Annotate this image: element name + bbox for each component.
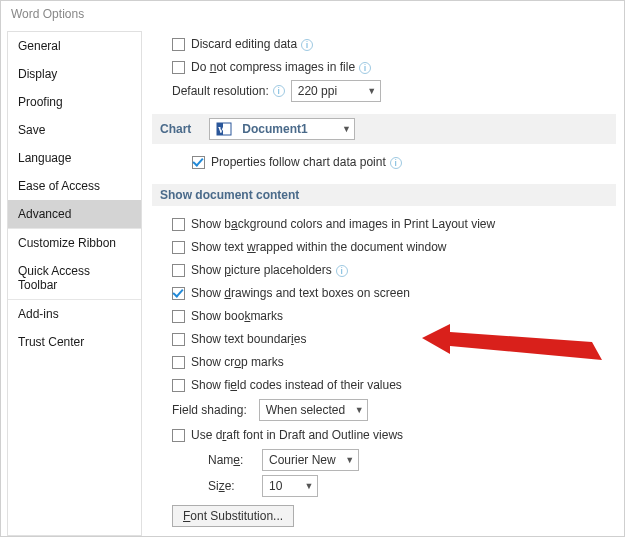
sidebar-item-display[interactable]: Display bbox=[8, 60, 141, 88]
sidebar-item-language[interactable]: Language bbox=[8, 144, 141, 172]
section-show-document-content: Show document content bbox=[152, 184, 616, 206]
checkbox-picture-placeholders[interactable] bbox=[172, 264, 185, 277]
checkbox-field-codes[interactable] bbox=[172, 379, 185, 392]
label-draft-font: Use draft font in Draft and Outline view… bbox=[191, 428, 403, 442]
sidebar-item-customize-ribbon[interactable]: Customize Ribbon bbox=[8, 229, 141, 257]
sidebar-item-advanced[interactable]: Advanced bbox=[8, 200, 141, 228]
sidebar-item-ease-of-access[interactable]: Ease of Access bbox=[8, 172, 141, 200]
label-field-codes: Show field codes instead of their values bbox=[191, 378, 402, 392]
content-pane: Discard editing datai Do not compress im… bbox=[142, 27, 624, 536]
combo-value: Courier New bbox=[263, 453, 342, 467]
sidebar-item-quick-access-toolbar[interactable]: Quick Access Toolbar bbox=[8, 257, 141, 299]
combo-font-size[interactable]: 10 ▼ bbox=[262, 475, 318, 497]
font-substitution-button[interactable]: Font Substitution... bbox=[172, 505, 294, 527]
section-label: Chart bbox=[160, 122, 191, 136]
checkbox-crop-marks[interactable] bbox=[172, 356, 185, 369]
combo-value: When selected bbox=[260, 403, 351, 417]
checkbox-text-wrap[interactable] bbox=[172, 241, 185, 254]
checkbox-drawings[interactable] bbox=[172, 287, 185, 300]
label-font-size: Size: bbox=[208, 479, 250, 493]
label-discard-editing-data: Discard editing datai bbox=[191, 37, 313, 51]
checkbox-bg-colors[interactable] bbox=[172, 218, 185, 231]
checkbox-no-compress[interactable] bbox=[172, 61, 185, 74]
label-field-shading: Field shading: bbox=[172, 403, 247, 417]
combo-font-name[interactable]: Courier New ▼ bbox=[262, 449, 359, 471]
chevron-down-icon: ▼ bbox=[364, 86, 380, 96]
sidebar: General Display Proofing Save Language E… bbox=[7, 31, 142, 536]
info-icon[interactable]: i bbox=[273, 85, 285, 97]
info-icon[interactable]: i bbox=[301, 39, 313, 51]
sidebar-item-trust-center[interactable]: Trust Center bbox=[8, 328, 141, 356]
combo-value: 220 ppi bbox=[292, 84, 364, 98]
sidebar-item-save[interactable]: Save bbox=[8, 116, 141, 144]
label-font-name: Name: bbox=[208, 453, 250, 467]
word-doc-icon: W bbox=[216, 121, 232, 137]
chevron-down-icon: ▼ bbox=[351, 405, 367, 415]
checkbox-draft-font[interactable] bbox=[172, 429, 185, 442]
label-drawings: Show drawings and text boxes on screen bbox=[191, 286, 410, 300]
checkbox-properties-follow[interactable] bbox=[192, 156, 205, 169]
combo-default-resolution[interactable]: 220 ppi ▼ bbox=[291, 80, 381, 102]
chevron-down-icon: ▼ bbox=[301, 481, 317, 491]
section-chart: Chart W Document1 ▼ bbox=[152, 114, 616, 144]
combo-value: 10 bbox=[263, 479, 301, 493]
window-title: Word Options bbox=[1, 1, 624, 27]
checkbox-text-boundaries[interactable] bbox=[172, 333, 185, 346]
sidebar-item-add-ins[interactable]: Add-ins bbox=[8, 300, 141, 328]
sidebar-item-general[interactable]: General bbox=[8, 32, 141, 60]
window-body: General Display Proofing Save Language E… bbox=[1, 27, 624, 536]
label-picture-placeholders: Show picture placeholdersi bbox=[191, 263, 348, 277]
label-text-wrap: Show text wrapped within the document wi… bbox=[191, 240, 446, 254]
info-icon[interactable]: i bbox=[390, 157, 402, 169]
sidebar-item-proofing[interactable]: Proofing bbox=[8, 88, 141, 116]
chevron-down-icon: ▼ bbox=[342, 455, 358, 465]
info-icon[interactable]: i bbox=[336, 265, 348, 277]
label-bookmarks: Show bookmarks bbox=[191, 309, 283, 323]
word-options-window: Word Options General Display Proofing Sa… bbox=[0, 0, 625, 537]
chevron-down-icon: ▼ bbox=[338, 124, 354, 134]
label-bg-colors: Show background colors and images in Pri… bbox=[191, 217, 495, 231]
label-properties-follow: Properties follow chart data pointi bbox=[211, 155, 402, 169]
info-icon[interactable]: i bbox=[359, 62, 371, 74]
label-text-boundaries: Show text boundaries bbox=[191, 332, 306, 346]
svg-text:W: W bbox=[218, 125, 227, 135]
combo-value: Document1 bbox=[236, 122, 338, 136]
checkbox-bookmarks[interactable] bbox=[172, 310, 185, 323]
label-no-compress: Do not compress images in filei bbox=[191, 60, 371, 74]
combo-chart-document[interactable]: W Document1 ▼ bbox=[209, 118, 355, 140]
label-default-resolution: Default resolution: bbox=[172, 84, 269, 98]
section-label: Show document content bbox=[160, 188, 299, 202]
checkbox-discard-editing-data[interactable] bbox=[172, 38, 185, 51]
combo-field-shading[interactable]: When selected ▼ bbox=[259, 399, 368, 421]
label-crop-marks: Show crop marks bbox=[191, 355, 284, 369]
